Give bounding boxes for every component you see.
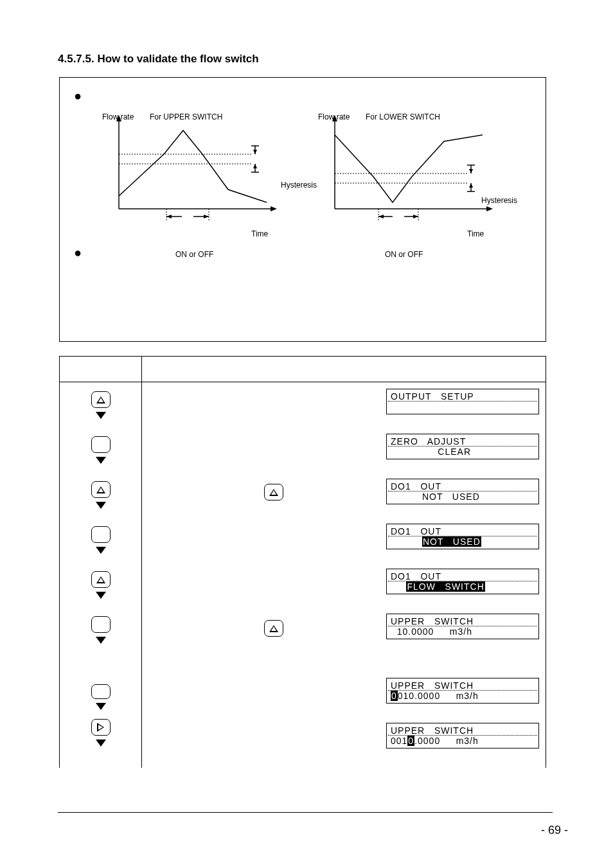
- annotation-hysteresis: Hysteresis: [481, 196, 517, 205]
- lcd-display: DO1 OUT NOT USED: [386, 524, 539, 549]
- svg-marker-17: [204, 215, 209, 218]
- step-row: [60, 710, 141, 755]
- display-line: DO1 OUT: [391, 571, 535, 581]
- svg-marker-3: [271, 206, 277, 211]
- up-key-button[interactable]: [91, 571, 111, 588]
- right-key-button[interactable]: [91, 719, 111, 736]
- display-line: OUTPUT SETUP: [391, 391, 535, 402]
- up-key-button[interactable]: [91, 391, 111, 408]
- arrow-down-icon: [96, 502, 106, 509]
- up-key-button[interactable]: [91, 481, 111, 498]
- display-line: 10.0000 m3/h: [391, 626, 535, 637]
- enter-key-button[interactable]: [91, 436, 111, 453]
- display-line: DO1 OUT: [391, 526, 535, 536]
- step-row: [60, 562, 141, 607]
- arrow-down-icon: [96, 740, 106, 747]
- display-line: NOT USED: [391, 492, 535, 502]
- arrow-down-icon: [96, 703, 106, 710]
- chart-lower-switch: Flow rate For LOWER SWITCH: [315, 106, 528, 228]
- lcd-display: UPPER SWITCH 10.0000 m3/h: [386, 614, 539, 639]
- svg-marker-35: [413, 215, 418, 218]
- lcd-display: UPPER SWITCH 0010.0000 m3/h: [386, 723, 539, 748]
- up-key-button[interactable]: [264, 484, 283, 500]
- arrow-down-icon: [96, 547, 106, 554]
- step-row: [60, 472, 141, 517]
- up-key-button[interactable]: [264, 620, 283, 637]
- display-line: CLEAR: [391, 447, 535, 457]
- bullet-icon: ●: [74, 246, 82, 259]
- annotation-hysteresis: Hysteresis: [281, 181, 317, 190]
- enter-key-button[interactable]: [91, 616, 111, 633]
- svg-marker-25: [469, 169, 473, 173]
- page-number: - 69 -: [541, 824, 568, 837]
- svg-marker-27: [469, 183, 473, 188]
- section-heading: 4.5.7.5. How to validate the flow switch: [58, 53, 574, 66]
- svg-marker-15: [166, 215, 172, 218]
- chart-title: For LOWER SWITCH: [366, 112, 440, 121]
- enter-key-button[interactable]: [91, 526, 111, 543]
- arrow-down-icon: [96, 412, 106, 419]
- axis-label-x: Time: [251, 229, 268, 238]
- display-line: FLOW SWITCH: [391, 581, 535, 592]
- display-line: UPPER SWITCH: [391, 680, 535, 691]
- bullet-icon: ●: [74, 89, 82, 102]
- svg-marker-7: [253, 150, 257, 154]
- axis-label-y: Flow rate: [102, 112, 134, 121]
- arrow-down-icon: [96, 457, 106, 464]
- annotation-onoff: ON or OFF: [385, 250, 423, 259]
- arrow-down-icon: [96, 637, 106, 644]
- lcd-display: OUTPUT SETUP: [386, 389, 539, 414]
- display-line: 0010.0000 m3/h: [391, 691, 535, 701]
- table-header-cell: [142, 357, 546, 382]
- diagram-container: ● Flow rate For UPPER SWITCH: [59, 77, 546, 342]
- chart-upper-switch: Flow rate For UPPER SWITCH: [100, 106, 312, 228]
- display-line: ZERO ADJUST: [391, 436, 535, 447]
- footer-divider: [58, 812, 553, 813]
- display-line: DO1 OUT: [391, 481, 535, 492]
- step-row: [60, 607, 141, 665]
- step-inline-key: [264, 620, 283, 637]
- lcd-display: DO1 OUT NOT USED: [386, 479, 539, 504]
- step-row: [60, 517, 141, 562]
- lcd-display: DO1 OUT FLOW SWITCH: [386, 569, 539, 594]
- axis-label-y: Flow rate: [318, 112, 350, 121]
- display-line: 0010.0000 m3/h: [391, 736, 535, 746]
- lcd-display: ZERO ADJUST CLEAR: [386, 434, 539, 459]
- enter-key-button[interactable]: [91, 684, 111, 699]
- display-line: UPPER SWITCH: [391, 616, 535, 626]
- arrow-down-icon: [96, 592, 106, 599]
- axis-label-x: Time: [467, 229, 484, 238]
- display-line: NOT USED: [391, 536, 535, 547]
- step-row: [60, 382, 141, 427]
- display-line: [391, 402, 535, 412]
- procedure-table: OUTPUT SETUP ZERO ADJUST CLEAR DO1 OUT N…: [59, 356, 546, 768]
- step-row: [60, 665, 141, 710]
- table-header-cell: [60, 357, 141, 382]
- display-line: UPPER SWITCH: [391, 725, 535, 736]
- chart-title: For UPPER SWITCH: [150, 112, 222, 121]
- svg-marker-21: [486, 206, 493, 211]
- svg-marker-9: [253, 164, 257, 168]
- lcd-display: UPPER SWITCH 0010.0000 m3/h: [386, 678, 539, 704]
- step-row: [60, 427, 141, 472]
- annotation-onoff: ON or OFF: [175, 250, 213, 259]
- step-inline-key: [264, 484, 283, 500]
- svg-marker-33: [378, 215, 384, 218]
